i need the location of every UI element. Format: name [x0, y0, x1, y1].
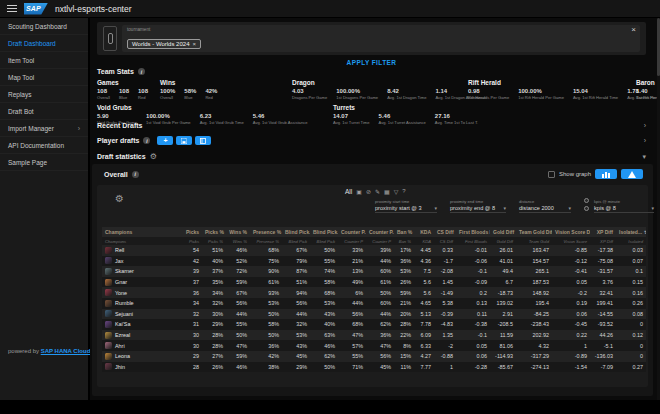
filter-mode-icon[interactable] — [103, 26, 117, 51]
chevron-right-icon[interactable]: › — [644, 137, 646, 144]
table-row[interactable]: Ahri3028%47%36%43%46%57%47%8%6.33-20.058… — [102, 340, 646, 351]
table-row[interactable]: Kai'Sa3129%55%58%32%40%68%62%28%7.78-4.8… — [102, 319, 646, 330]
column-header-13[interactable]: Gold Diff — [490, 229, 516, 235]
field-clear-icon[interactable]: × — [631, 25, 636, 34]
sidebar-item-map-tool[interactable]: Map Tool — [0, 69, 88, 86]
column-filter-7[interactable]: Counter P — [338, 239, 366, 244]
graph-button[interactable] — [595, 169, 617, 179]
table-row[interactable]: Jhin2826%46%38%29%50%71%45%11%7.771-0.28… — [102, 362, 646, 373]
column-filter-8[interactable]: Counter P — [366, 239, 394, 244]
column-filter-9[interactable]: Ban % — [394, 239, 414, 244]
info-icon[interactable]: i — [132, 171, 139, 178]
column-filter-15[interactable]: Vision Score — [552, 239, 590, 244]
chevron-down-icon[interactable]: ▾ — [642, 153, 646, 161]
sidebar-item-draft-dashboard[interactable]: Draft Dashboard — [0, 35, 88, 52]
table-settings-gear-icon[interactable]: ⚙ — [115, 193, 124, 204]
tournament-field[interactable]: tournament Worlds - Worlds 2024 × × — [122, 25, 640, 52]
sidebar-item-import-manager[interactable]: Import Manager› — [0, 120, 88, 137]
grid-icon[interactable]: ▦ — [384, 188, 390, 195]
column-filter-13[interactable]: Gold Diff — [490, 239, 516, 244]
column-header-16[interactable]: XP Diff — [590, 229, 616, 235]
chip-remove-icon[interactable]: × — [192, 41, 196, 47]
radio-icon[interactable] — [584, 206, 589, 211]
table-row[interactable]: Leona2927%59%42%45%62%55%56%15%4.27-0.88… — [102, 351, 646, 362]
sidebar-item-draft-bot[interactable]: Draft Bot — [0, 103, 88, 120]
column-header-15[interactable]: Vision Score Diff — [552, 229, 590, 235]
column-filter-3[interactable]: Wins % — [226, 239, 250, 244]
sidebar-item-sample-page[interactable]: Sample Page — [0, 154, 88, 171]
tournament-filter-card: tournament Worlds - Worlds 2024 × × — [97, 22, 646, 55]
sidebar-item-api-documentation[interactable]: API Documentation — [0, 137, 88, 154]
column-filter-17[interactable]: Isolated — [616, 239, 646, 244]
tournament-chip[interactable]: Worlds - Worlds 2024 × — [127, 39, 201, 49]
table-cell: 53% — [282, 332, 310, 338]
table-row[interactable]: Rell5451%46%68%67%50%33%39%17%4.450.33-0… — [102, 245, 646, 256]
column-filter-2[interactable]: Picks % — [202, 239, 226, 244]
table-cell: 6% — [338, 290, 366, 296]
info-icon[interactable]: i — [143, 137, 150, 144]
table-row[interactable]: Sejuani3230%44%50%44%43%56%44%20%5.13-0.… — [102, 309, 646, 320]
select-all-icon[interactable]: ▣ — [356, 188, 362, 195]
column-filter-6[interactable]: Blind Pick — [310, 239, 338, 244]
column-header-17[interactable]: Isolated...⇅⋮ — [616, 229, 646, 235]
edit-icon[interactable]: ✎ — [375, 188, 380, 195]
gear-icon[interactable]: ⚙ — [150, 152, 157, 161]
column-header-5[interactable]: Blind Pick... — [282, 229, 310, 235]
upload-button[interactable] — [621, 169, 643, 179]
table-row[interactable]: Rumble3432%56%53%56%53%44%60%21%4.655.38… — [102, 298, 646, 309]
column-filter-14[interactable]: Team Gold — [516, 239, 552, 244]
column-header-1[interactable]: Picks — [180, 229, 202, 235]
sidebar-item-replays[interactable]: Replays — [0, 86, 88, 103]
column-header-2[interactable]: Picks % — [202, 229, 226, 235]
filter-icon[interactable]: ▽ — [394, 188, 399, 195]
column-header-9[interactable]: Ban % — [394, 229, 414, 235]
tab-overall[interactable]: Overall — [104, 171, 128, 178]
table-row[interactable]: Gnar3735%59%61%51%58%49%61%26%5.61.45-0.… — [102, 277, 646, 288]
column-header-10[interactable]: KDA — [414, 229, 434, 235]
info-icon[interactable]: i — [138, 68, 145, 75]
column-filter-0[interactable]: Champions — [102, 239, 180, 244]
hamburger-menu-icon[interactable] — [7, 5, 17, 13]
table-row[interactable]: Skarner3937%72%90%87%74%13%60%53%7.5-2.0… — [102, 266, 646, 277]
show-graph-checkbox[interactable] — [548, 171, 555, 178]
dropdown-proximity-start-time[interactable]: proximity start timeproximity start @ 3▾ — [375, 199, 437, 213]
column-header-12[interactable]: First Bloods Diff — [456, 229, 490, 235]
draft-statistics-header[interactable]: Draft statistics ⚙ ▾ — [97, 152, 646, 161]
table-row[interactable]: Yone3634%67%93%94%68%6%50%59%5.6-1.490.2… — [102, 287, 646, 298]
draft-book-button[interactable] — [195, 136, 211, 145]
dropdown-proximity-end-time[interactable]: proximity end timeproximity end @ 8▾ — [450, 199, 506, 213]
column-header-14[interactable]: Team Gold Diff — [516, 229, 552, 235]
column-filter-1[interactable]: Picks — [180, 239, 202, 244]
column-filter-10[interactable]: KDA — [414, 239, 434, 244]
radio-icon[interactable] — [584, 198, 589, 203]
column-filter-4[interactable]: Presence % — [250, 239, 282, 244]
sap-hana-cloud-link[interactable]: SAP HANA Cloud — [41, 348, 91, 354]
table-row[interactable]: Jax4240%52%75%79%55%21%44%36%4.36-1.7-0.… — [102, 256, 646, 267]
column-filter-16[interactable]: XP Diff — [590, 239, 616, 244]
column-filter-5[interactable]: Blind Pick — [282, 239, 310, 244]
add-draft-button[interactable]: + — [157, 136, 173, 145]
sidebar-item-scouting-dashboard[interactable]: Scouting Dashboard — [0, 18, 88, 35]
column-header-6[interactable]: Blind Pick... — [310, 229, 338, 235]
dropdown-kpis-minute[interactable]: kpis @ minutekpis @ 8▾ — [594, 199, 654, 213]
help-icon[interactable]: ? — [402, 188, 405, 195]
column-header-7[interactable]: Counter P... — [338, 229, 366, 235]
sidebar-item-item-tool[interactable]: Item Tool — [0, 52, 88, 69]
column-header-0[interactable]: Champions — [102, 229, 180, 235]
sort-icon[interactable]: ⇅ — [644, 230, 646, 235]
draft-statistics-title: Draft statistics — [97, 153, 146, 160]
dropdown-distance[interactable]: distancedistance 2000▾ — [519, 199, 571, 213]
column-header-8[interactable]: Counter P... — [366, 229, 394, 235]
chevron-right-icon[interactable]: › — [644, 122, 646, 129]
column-header-3[interactable]: Wins % — [226, 229, 250, 235]
column-filter-12[interactable]: First Bloods — [456, 239, 490, 244]
column-filter-11[interactable]: CS Diff — [434, 239, 456, 244]
apply-filter-button[interactable]: APPLY FILTER — [90, 59, 653, 66]
recent-drafts-header[interactable]: Recent Drafts › — [97, 122, 646, 129]
column-header-11[interactable]: CS Diff — [434, 229, 456, 235]
player-drafts-header[interactable]: Player drafts i + › — [97, 136, 646, 145]
column-header-4[interactable]: Presence % — [250, 229, 282, 235]
save-draft-button[interactable] — [176, 136, 192, 145]
table-row[interactable]: Ezreal3028%50%50%53%63%47%36%22%6.091.35… — [102, 330, 646, 341]
mute-icon[interactable]: ⊘ — [366, 188, 371, 195]
